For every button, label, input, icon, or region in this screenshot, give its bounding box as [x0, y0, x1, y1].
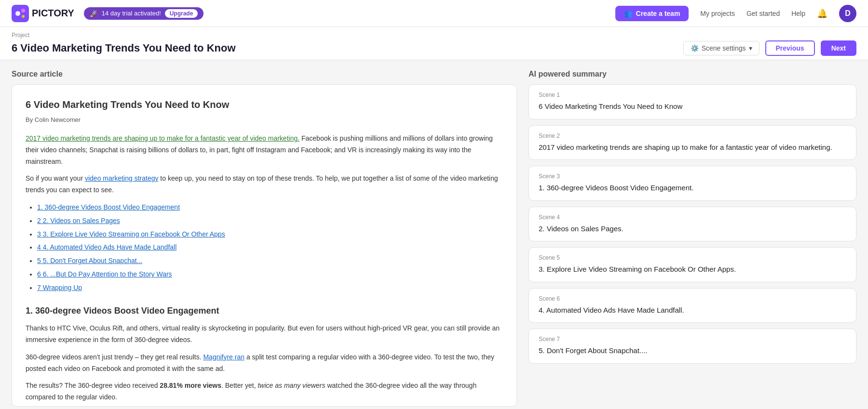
section1-p2: 360-degree videos aren't just trendy – t…: [26, 352, 503, 375]
header-left: PICTORY 🚀 14 day trial activated! Upgrad…: [12, 5, 203, 22]
logo-text: PICTORY: [32, 8, 74, 19]
scene-card[interactable]: Scene 4 2. Videos on Sales Pages.: [529, 207, 856, 242]
list-link-2[interactable]: 2 2. Videos on Sales Pages: [37, 217, 120, 224]
list-item: 7 Wrapping Up: [37, 282, 503, 294]
left-panel: Source article 6 Video Marketing Trends …: [12, 70, 517, 407]
scene-text: 3. Explore Live Video Streaming on Faceb…: [539, 264, 846, 275]
scene-text: 5. Don't Forget About Snapchat....: [539, 345, 846, 356]
upgrade-button[interactable]: Upgrade: [165, 9, 198, 18]
list-link-3[interactable]: 3 3. Explore Live Video Streaming on Fac…: [37, 230, 225, 238]
list-link-5[interactable]: 5 5. Don't Forget About Snapchat...: [37, 257, 142, 264]
rocket-icon: 🚀: [90, 10, 98, 17]
scene-label: Scene 1: [539, 92, 846, 98]
article-title: 6 Video Marketing Trends You Need to Kno…: [26, 96, 503, 113]
create-team-icon: 👥: [624, 10, 632, 17]
header-nav: 👥 Create a team My projects Get started …: [615, 5, 856, 22]
create-team-button[interactable]: 👥 Create a team: [615, 6, 689, 21]
list-link-6[interactable]: 6 6. ...But Do Pay Attention to the Stor…: [37, 270, 172, 278]
scene-text: 1. 360-degree Videos Boost Video Engagem…: [539, 183, 846, 194]
scene-text: 2. Videos on Sales Pages.: [539, 224, 846, 235]
sub-header-row: 6 Video Marketing Trends You Need to Kno…: [12, 40, 856, 56]
scene-label: Scene 2: [539, 132, 846, 139]
source-article-title: Source article: [12, 70, 517, 79]
scene-settings-label: Scene settings: [702, 44, 746, 52]
project-label: Project: [12, 32, 856, 39]
article-author: By Colin Newcomer: [26, 115, 503, 125]
get-started-link[interactable]: Get started: [746, 10, 780, 17]
section1-p3-italic: twice as many viewers: [258, 382, 325, 389]
magnifyre-link[interactable]: Magnifyre ran: [203, 353, 244, 361]
svg-point-2: [21, 9, 25, 13]
gear-icon: ⚙️: [691, 44, 699, 52]
next-button[interactable]: Next: [821, 40, 856, 56]
list-item: 4 4. Automated Video Ads Have Made Landf…: [37, 242, 503, 253]
help-link[interactable]: Help: [791, 10, 805, 17]
svg-point-1: [15, 11, 20, 16]
my-projects-link[interactable]: My projects: [700, 10, 735, 17]
list-item: 3 3. Explore Live Video Streaming on Fac…: [37, 229, 503, 240]
list-item: 1. 360-degree Videos Boost Video Engagem…: [37, 202, 503, 213]
svg-point-3: [22, 15, 25, 18]
section1-p1: Thanks to HTC Vive, Oculus Rift, and oth…: [26, 323, 503, 346]
scene-text: 6 Video Marketing Trends You Need to Kno…: [539, 101, 846, 112]
list-item: 6 6. ...But Do Pay Attention to the Stor…: [37, 269, 503, 280]
scene-label: Scene 3: [539, 173, 846, 180]
scene-label: Scene 6: [539, 295, 846, 302]
previous-button[interactable]: Previous: [765, 40, 815, 56]
article-highlight: 2017 video marketing trends are shaping …: [26, 134, 299, 142]
list-link-7[interactable]: 7 Wrapping Up: [37, 284, 82, 291]
list-link-4[interactable]: 4 4. Automated Video Ads Have Made Landf…: [37, 243, 176, 251]
section1-p3-bold: 28.81% more views: [160, 382, 221, 389]
section1-p3: The results? The 360-degree video receiv…: [26, 380, 503, 403]
create-team-label: Create a team: [636, 10, 680, 17]
article-paragraph-1: 2017 video marketing trends are shaping …: [26, 133, 503, 167]
avatar[interactable]: D: [839, 5, 856, 22]
header: PICTORY 🚀 14 day trial activated! Upgrad…: [0, 0, 868, 27]
logo: PICTORY: [12, 5, 74, 22]
scene-card[interactable]: Scene 3 1. 360-degree Videos Boost Video…: [529, 166, 856, 201]
scene-label: Scene 5: [539, 254, 846, 261]
chevron-down-icon: ▾: [749, 44, 752, 52]
sub-header-actions: ⚙️ Scene settings ▾ Previous Next: [683, 40, 856, 56]
scene-label: Scene 7: [539, 336, 846, 343]
trial-badge: 🚀 14 day trial activated! Upgrade: [84, 7, 204, 20]
section1-p2-start: 360-degree videos aren't just trendy – t…: [26, 353, 203, 361]
article-paragraph-2: So if you want your video marketing stra…: [26, 173, 503, 196]
trial-text: 14 day trial activated!: [102, 10, 161, 17]
article-list: 1. 360-degree Videos Boost Video Engagem…: [37, 202, 503, 294]
scene-card[interactable]: Scene 1 6 Video Marketing Trends You Nee…: [529, 84, 856, 119]
scene-card[interactable]: Scene 6 4. Automated Video Ads Have Made…: [529, 288, 856, 323]
sub-header: Project 6 Video Marketing Trends You Nee…: [0, 27, 868, 60]
section1-p3-start: The results? The 360-degree video receiv…: [26, 382, 160, 389]
scene-card[interactable]: Scene 5 3. Explore Live Video Streaming …: [529, 247, 856, 282]
list-item: 5 5. Don't Forget About Snapchat...: [37, 255, 503, 267]
section1-p3-mid: . Better yet,: [221, 382, 258, 389]
page-title: 6 Video Marketing Trends You Need to Kno…: [12, 42, 236, 54]
ai-summary-title: AI powered summary: [529, 70, 856, 79]
scene-card[interactable]: Scene 7 5. Don't Forget About Snapchat..…: [529, 329, 856, 364]
article-p2-start: So if you want your: [26, 174, 85, 182]
right-panel: AI powered summary Scene 1 6 Video Marke…: [529, 70, 856, 407]
list-link-1[interactable]: 1. 360-degree Videos Boost Video Engagem…: [37, 203, 180, 211]
video-marketing-strategy-link[interactable]: video marketing strategy: [85, 174, 159, 182]
scene-text: 4. Automated Video Ads Have Made Landfal…: [539, 305, 846, 316]
logo-icon: [12, 5, 29, 22]
scene-label: Scene 4: [539, 214, 846, 221]
scenes-container: Scene 1 6 Video Marketing Trends You Nee…: [529, 84, 856, 407]
scene-card[interactable]: Scene 2 2017 video marketing trends are …: [529, 125, 856, 160]
main-content: Source article 6 Video Marketing Trends …: [0, 60, 868, 409]
list-item: 2 2. Videos on Sales Pages: [37, 215, 503, 227]
article-card: 6 Video Marketing Trends You Need to Kno…: [12, 84, 517, 407]
scene-settings-button[interactable]: ⚙️ Scene settings ▾: [683, 41, 760, 55]
bell-icon[interactable]: 🔔: [817, 8, 827, 19]
scene-text: 2017 video marketing trends are shaping …: [539, 142, 846, 153]
section1-heading: 1. 360-degree Videos Boost Video Engagem…: [26, 303, 503, 318]
